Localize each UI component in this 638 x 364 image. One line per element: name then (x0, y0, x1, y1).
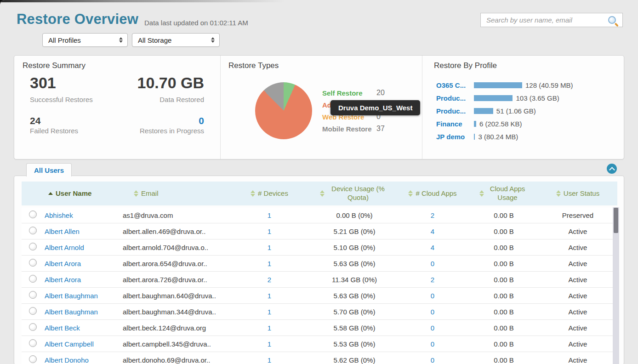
cell-devices-link[interactable]: 1 (268, 340, 271, 348)
cell-devices-link[interactable]: 1 (268, 324, 271, 332)
cell-user-name-link[interactable]: Albert Arnold (45, 244, 84, 251)
cell-email: albert.arora.726@druva.or.. (120, 276, 226, 284)
profile-link[interactable]: Produc... (436, 94, 474, 102)
cell-devices: 1 (226, 260, 313, 267)
restore-summary-title: Restore Summary (23, 61, 85, 70)
cell-devices-link[interactable]: 1 (268, 260, 271, 267)
restore-types-pie[interactable] (255, 82, 312, 139)
cell-user-name-link[interactable]: Albert Baughman (45, 292, 98, 300)
legend-item[interactable]: Self Restore20 (322, 87, 385, 99)
cell-cloud-apps-link[interactable]: 0 (431, 324, 434, 332)
profile-link[interactable]: Produc... (436, 107, 474, 115)
cell-user-status: Active (538, 228, 617, 235)
cell-email: albert.baughman.344@druva.. (120, 308, 226, 316)
cell-user-name-link[interactable]: Albert Allen (45, 228, 80, 235)
cell-user-name-link[interactable]: Albert Baughman (45, 308, 98, 316)
search-box[interactable] (480, 13, 623, 27)
profile-bar-value: 51 (1.06 GB) (496, 107, 536, 115)
cell-user-name-link[interactable]: Albert Donoho (45, 356, 89, 364)
row-select-radio[interactable] (29, 243, 37, 250)
restore-by-profile-rows: O365 C...128 (40.59 MB)Produc...103 (3.6… (436, 79, 620, 143)
row-select-radio[interactable] (29, 291, 37, 299)
column-header-device-usage[interactable]: Device Usage (% Quota) (313, 185, 396, 202)
cell-cloud-apps-link[interactable]: 4 (431, 244, 434, 251)
profile-link[interactable]: JP demo (436, 133, 474, 141)
row-select-radio[interactable] (29, 210, 37, 218)
search-icon[interactable] (608, 16, 616, 24)
cell-user-status: Active (538, 244, 617, 251)
cell-cloud-apps-link[interactable]: 0 (431, 308, 434, 316)
legend-label: Mobile Restore (322, 125, 376, 133)
cell-cloud-apps-link[interactable]: 2 (431, 276, 434, 284)
table-row: Albert Aroraalbert.arora.726@druva.or..2… (22, 272, 617, 288)
table-scrollbar[interactable] (613, 207, 619, 364)
cell-user-name-link[interactable]: Albert Beck (45, 324, 80, 332)
data-restored-value: 10.70 GB (137, 74, 204, 92)
column-header-cloud-apps-usage[interactable]: Cloud Apps Usage (469, 185, 538, 202)
restore-types-panel: Self Restore20Admin RestoreWeb Restore0M… (220, 56, 422, 159)
cell-devices-link[interactable]: 1 (268, 211, 271, 219)
cell-cloud-apps-usage: 0.00 B (469, 276, 538, 284)
profile-bar[interactable] (474, 82, 522, 88)
restores-in-progress-value[interactable]: 0 (199, 115, 204, 126)
cell-user-name-link[interactable]: Albert Campbell (45, 340, 94, 348)
column-header-user-status[interactable]: User Status (538, 189, 617, 198)
row-select-radio[interactable] (29, 227, 37, 234)
row-select-radio[interactable] (29, 307, 37, 315)
profile-bar[interactable] (474, 134, 475, 140)
column-header-cloud-apps[interactable]: # Cloud Apps (396, 189, 469, 198)
row-select-cell (22, 307, 42, 316)
table-scrollbar-thumb[interactable] (614, 208, 618, 233)
profile-link[interactable]: Finance (436, 120, 474, 128)
cell-device-usage: 5.58 GB (0%) (313, 324, 396, 332)
row-select-radio[interactable] (29, 339, 37, 347)
cell-email: albert.allen.469@druva.or.. (120, 228, 226, 235)
row-select-radio[interactable] (29, 275, 37, 283)
column-header-email[interactable]: Email (120, 189, 226, 198)
row-select-cell (22, 210, 42, 220)
profile-bar[interactable] (474, 121, 476, 127)
cell-cloud-apps-link[interactable]: 0 (431, 292, 434, 300)
legend-item[interactable]: Mobile Restore37 (322, 123, 385, 135)
cell-devices: 1 (226, 340, 313, 348)
cell-devices-link[interactable]: 1 (268, 308, 271, 316)
column-header-user-name[interactable]: User Name (42, 189, 120, 198)
cell-devices-link[interactable]: 1 (268, 228, 271, 235)
cell-email: albert.donoho.69@druva.or.. (120, 356, 226, 364)
row-select-radio[interactable] (29, 355, 37, 363)
collapse-panel-button[interactable] (607, 164, 617, 174)
cell-device-usage: 5.53 GB (0%) (313, 340, 396, 348)
storage-select[interactable]: All Storage (132, 33, 220, 47)
cell-cloud-apps-link[interactable]: 0 (431, 356, 434, 364)
row-select-radio[interactable] (29, 323, 37, 331)
cell-cloud-apps-link[interactable]: 4 (431, 228, 434, 235)
cell-device-usage: 5.63 GB (0%) (313, 292, 396, 300)
cell-user-name-link[interactable]: Albert Arora (45, 276, 81, 284)
profile-link[interactable]: O365 C... (436, 81, 474, 89)
column-header-devices[interactable]: # Devices (226, 189, 313, 198)
summary-panels-card: Restore Summary 301 Successful Restores … (14, 55, 624, 159)
cell-user-status: Active (538, 356, 617, 364)
cell-cloud-apps-link[interactable]: 2 (431, 211, 434, 219)
restore-by-profile-panel: O365 C...128 (40.59 MB)Produc...103 (3.6… (422, 56, 625, 159)
profiles-select[interactable]: All Profiles (42, 33, 128, 47)
cell-cloud-apps-link[interactable]: 0 (431, 260, 434, 267)
cell-devices-link[interactable]: 1 (268, 244, 271, 251)
cell-user-name: Albert Campbell (42, 340, 120, 348)
cell-cloud-apps-usage: 0.00 B (469, 292, 538, 300)
cell-user-name-link[interactable]: Albert Arora (45, 260, 81, 267)
row-select-radio[interactable] (29, 259, 37, 267)
profile-bar[interactable] (474, 108, 493, 114)
profile-bar[interactable] (474, 95, 513, 101)
cell-devices-link[interactable]: 2 (268, 276, 271, 284)
cell-email: albert.beck.124@druva.org (120, 324, 226, 332)
sort-icon (408, 190, 413, 197)
search-input[interactable] (485, 16, 608, 24)
cell-devices-link[interactable]: 1 (268, 356, 271, 364)
cell-user-name-link[interactable]: Abhishek (45, 211, 73, 219)
cell-user-name: Albert Arnold (42, 244, 120, 251)
cell-device-usage: 5.63 GB (0%) (313, 260, 396, 267)
cell-devices-link[interactable]: 1 (268, 292, 271, 300)
cell-cloud-apps-link[interactable]: 0 (431, 340, 434, 348)
tab-all-users[interactable]: All Users (26, 163, 72, 176)
